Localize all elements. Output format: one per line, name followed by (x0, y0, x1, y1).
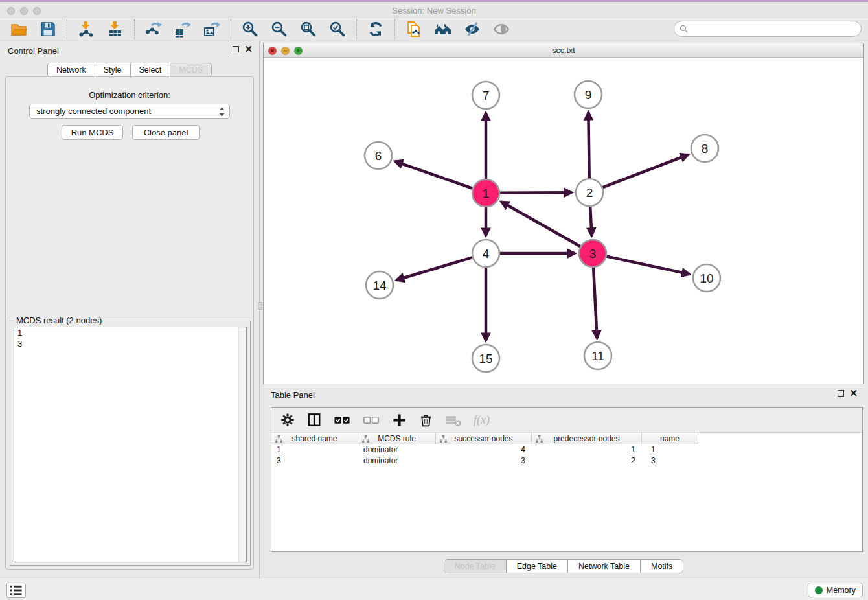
optimization-criterion-label: Optimization criterion: (6, 90, 253, 100)
settings-icon[interactable] (280, 411, 295, 428)
main-toolbar (0, 17, 868, 41)
zoom-fit-icon[interactable] (299, 20, 317, 38)
hide-graphics-details-icon[interactable] (463, 20, 481, 38)
import-table-icon[interactable] (106, 20, 124, 38)
deselect-all-icon[interactable] (363, 411, 380, 428)
refresh-layout-icon[interactable] (367, 20, 385, 38)
memory-button[interactable]: Memory (808, 583, 863, 597)
export-image-icon[interactable] (203, 20, 221, 38)
graph-node-label-9: 9 (585, 88, 592, 102)
graph-node-label-14: 14 (372, 279, 387, 292)
network-title: scc.txt (264, 46, 863, 55)
mcds-result-item[interactable]: 1 (14, 327, 246, 338)
table-cell[interactable]: 3 (642, 456, 698, 467)
table-header-row: shared nameMCDS rolesuccessor nodesprede… (271, 432, 862, 444)
graph-edge-3-11[interactable] (593, 268, 597, 338)
select-all-icon[interactable] (334, 411, 350, 428)
vertical-splitter-handle[interactable] (258, 302, 262, 310)
network-window-titlebar[interactable]: scc.txt (264, 43, 863, 58)
node-table: f(x) shared nameMCDS rolesuccessor nodes… (271, 407, 863, 552)
tab-node-table[interactable]: Node Table (444, 560, 506, 573)
table-row[interactable]: 1dominator411 (271, 444, 862, 456)
graph-node-label-2: 2 (586, 186, 593, 200)
select-stepper-icon (218, 106, 226, 117)
window-title: Session: New Session (0, 6, 868, 16)
mcds-result-list[interactable]: 13 (14, 327, 247, 562)
graph-node-label-8: 8 (702, 142, 709, 156)
table-row[interactable]: 3dominator323 (271, 456, 862, 467)
search-input[interactable] (674, 21, 862, 37)
mcds-result-fieldset: MCDS result (2 nodes) 13 (10, 321, 251, 566)
table-cell[interactable]: 1 (532, 444, 642, 456)
search-icon (680, 25, 688, 33)
graph-node-label-1: 1 (483, 187, 490, 200)
zoom-selected-icon[interactable] (328, 20, 347, 38)
column-header-shared-name[interactable]: shared name (271, 433, 358, 444)
graph-edge-1-2[interactable] (500, 192, 572, 193)
optimization-criterion-select[interactable]: strongly connected component (29, 104, 230, 119)
network-canvas[interactable]: 7961284314101511 (264, 58, 863, 384)
tab-style[interactable]: Style (95, 63, 131, 77)
tab-mcds[interactable]: MCDS (170, 63, 212, 77)
clone-network-icon[interactable] (405, 20, 423, 38)
table-cell[interactable]: dominator (358, 444, 436, 456)
zoom-out-icon[interactable] (270, 20, 288, 38)
export-network-icon[interactable] (144, 20, 163, 38)
close-panel-button[interactable]: Close panel (132, 125, 200, 140)
add-row-icon[interactable] (392, 411, 407, 428)
save-session-icon[interactable] (39, 20, 57, 38)
titlebar: Session: New Session (0, 0, 868, 17)
show-graphics-details-icon[interactable] (492, 20, 510, 38)
float-panel-icon[interactable] (233, 46, 239, 52)
table-cell[interactable]: 1 (271, 444, 358, 456)
home-icon[interactable] (434, 20, 452, 38)
table-cell[interactable]: 4 (436, 444, 532, 456)
import-network-icon[interactable] (77, 20, 95, 38)
status-bar: Memory (0, 579, 868, 600)
run-mcds-button[interactable]: Run MCDS (62, 125, 123, 140)
delete-row-icon[interactable] (419, 411, 433, 428)
application-window: Session: New Session Control Panel ✕ Net… (0, 0, 868, 600)
delete-table-icon (445, 411, 461, 428)
table-panel-header: Table Panel ✕ (263, 386, 864, 402)
float-table-panel-icon[interactable] (838, 390, 844, 397)
graph-node-label-3: 3 (589, 247, 597, 260)
close-table-panel-icon[interactable]: ✕ (849, 389, 858, 397)
search-box (674, 21, 862, 37)
control-panel-title: Control Panel (8, 46, 59, 56)
graph-edge-3-10[interactable] (607, 257, 690, 275)
table-cell[interactable]: dominator (358, 456, 436, 467)
table-cell[interactable]: 3 (436, 456, 532, 467)
close-panel-icon[interactable]: ✕ (244, 45, 253, 53)
memory-status-icon (815, 586, 823, 594)
tab-select[interactable]: Select (130, 63, 171, 77)
table-cell[interactable]: 2 (532, 456, 642, 467)
graph-edge-2-3[interactable] (590, 207, 591, 236)
table-tabs: Node TableEdge TableNetwork TableMotifs (263, 559, 864, 573)
column-header-successor-nodes[interactable]: successor nodes (436, 433, 532, 444)
mcds-result-item[interactable]: 3 (14, 338, 246, 349)
graph-edge-2-9[interactable] (588, 112, 589, 178)
export-table-icon[interactable] (174, 20, 192, 38)
table-cell[interactable]: 1 (642, 444, 698, 456)
graph-node-label-6: 6 (375, 149, 382, 163)
zoom-in-icon[interactable] (241, 20, 259, 38)
tab-edge-table[interactable]: Edge Table (506, 560, 567, 573)
column-header-name[interactable]: name (642, 433, 698, 444)
column-header-MCDS-role[interactable]: MCDS role (358, 433, 436, 444)
graph-edge-4-14[interactable] (396, 257, 472, 280)
table-cell[interactable]: 3 (271, 456, 358, 467)
tab-network-table[interactable]: Network Table (567, 560, 640, 573)
mcds-result-scrollbar[interactable] (238, 327, 246, 562)
memory-label: Memory (827, 586, 856, 595)
tab-network[interactable]: Network (47, 63, 95, 77)
columns-icon[interactable] (307, 411, 321, 428)
graph-edge-2-8[interactable] (603, 155, 689, 188)
task-history-button[interactable] (6, 583, 26, 598)
open-session-icon[interactable] (10, 20, 28, 38)
tab-motifs[interactable]: Motifs (640, 560, 683, 573)
network-graph: 7961284314101511 (264, 58, 863, 384)
graph-edge-1-6[interactable] (394, 161, 472, 189)
graph-edge-3-1[interactable] (501, 202, 580, 246)
column-header-predecessor-nodes[interactable]: predecessor nodes (532, 433, 642, 444)
